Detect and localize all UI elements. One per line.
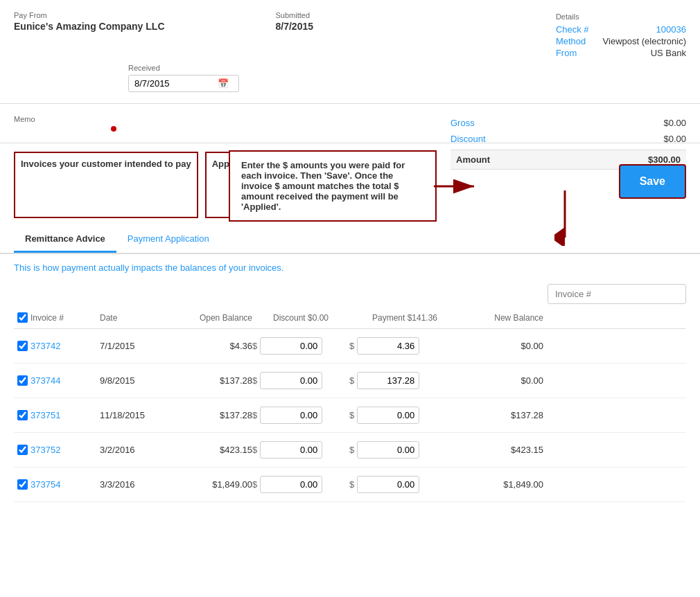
table-row: 373754 3/3/2016 $1,849.00 $ $ $1,849.00	[14, 467, 686, 502]
submitted-group: Submitted 8/7/2015	[276, 11, 314, 32]
details-label: Details	[556, 12, 579, 21]
invoice-link-4[interactable]: 373754	[30, 479, 60, 490]
table-row: 373742 7/1/2015 $4.36 $ $ $0.00	[14, 329, 686, 364]
payment-input-1[interactable]	[357, 372, 419, 389]
submitted-value: 8/7/2015	[276, 21, 314, 32]
header-invoice: Invoice #	[30, 313, 100, 323]
row-date-4: 3/3/2016	[100, 479, 169, 490]
invoice-link-3[interactable]: 373752	[30, 445, 60, 455]
select-all-checkbox[interactable]	[17, 312, 28, 323]
details-group: Details Check # 100036 Method Viewpost (…	[556, 11, 686, 58]
tab-payment-application[interactable]: Payment Application	[116, 226, 220, 253]
discount-value: $0.00	[663, 134, 686, 144]
row-payment-cell-1: $	[349, 372, 460, 389]
check-label: Check #	[556, 24, 589, 35]
gross-label: Gross	[450, 118, 475, 128]
row-open-balance-0: $4.36	[169, 341, 252, 351]
memo-dot	[111, 126, 116, 132]
from-value: US Bank	[603, 48, 686, 58]
pay-from-group: Pay From Eunice's Amazing Company LLC	[14, 11, 165, 32]
method-label: Method	[556, 36, 589, 46]
row-payment-cell-3: $	[349, 441, 460, 458]
row-open-balance-4: $1,849.00	[169, 479, 252, 490]
row-checkbox-1[interactable]	[17, 375, 28, 386]
tooltip-box: Enter the $ amounts you were paid for ea…	[229, 150, 437, 222]
info-text: This is how payment actually impacts the…	[0, 254, 700, 281]
payment-input-3[interactable]	[357, 441, 419, 458]
row-checkbox-3[interactable]	[17, 445, 28, 455]
tabs-section: Remittance Advice Payment Application	[0, 226, 700, 254]
calendar-icon[interactable]: 📅	[218, 78, 229, 89]
row-new-balance-2: $137.28	[460, 410, 543, 420]
annotation-box-1: Invoices your customer intended to pay	[14, 152, 198, 218]
invoice-filter	[0, 281, 700, 307]
table-row: 373744 9/8/2015 $137.28 $ $ $0.00	[14, 364, 686, 398]
tab-remittance-advice[interactable]: Remittance Advice	[14, 226, 116, 253]
row-new-balance-4: $1,849.00	[460, 479, 543, 490]
method-value: Viewpost (electronic)	[603, 36, 686, 46]
pay-from-label: Pay From	[14, 11, 165, 19]
table-row: 373751 11/18/2015 $137.28 $ $ $137.28	[14, 398, 686, 433]
discount-input-4[interactable]	[260, 476, 322, 493]
discount-input-3[interactable]	[260, 441, 322, 458]
payment-input-2[interactable]	[357, 407, 419, 424]
header-date: Date	[100, 313, 169, 323]
gross-row: Gross $0.00	[450, 115, 686, 131]
row-open-balance-2: $137.28	[169, 410, 252, 420]
received-label: Received	[128, 64, 239, 72]
header-payment: Payment $141.36	[349, 313, 460, 323]
row-payment-cell-0: $	[349, 337, 460, 355]
row-open-balance-1: $137.28	[169, 375, 252, 386]
discount-input-0[interactable]	[260, 337, 322, 355]
row-checkbox-0[interactable]	[17, 341, 28, 351]
invoice-link-1[interactable]: 373744	[30, 375, 60, 386]
top-section: Pay From Eunice's Amazing Company LLC Su…	[0, 0, 700, 104]
arrow-right-icon	[434, 176, 482, 197]
row-date-3: 3/2/2016	[100, 445, 169, 455]
row-discount-cell-3: $	[252, 441, 349, 458]
discount-label: Discount	[450, 134, 486, 144]
submitted-label: Submitted	[276, 11, 314, 19]
header-open-balance: Open Balance	[169, 313, 252, 323]
row-date-2: 11/18/2015	[100, 410, 169, 420]
header-new-balance: New Balance	[460, 313, 543, 323]
table-rows: 373742 7/1/2015 $4.36 $ $ $0.00 373744 9…	[14, 329, 686, 502]
invoice-link-0[interactable]: 373742	[30, 341, 60, 351]
table-header: Invoice # Date Open Balance Discount $0.…	[14, 307, 686, 329]
pay-from-value: Eunice's Amazing Company LLC	[14, 21, 165, 32]
invoice-search-input[interactable]	[548, 284, 686, 304]
payment-input-0[interactable]	[357, 337, 419, 355]
discount-input-1[interactable]	[260, 372, 322, 389]
header-discount: Discount $0.00	[252, 313, 349, 323]
gross-value: $0.00	[663, 118, 686, 128]
down-arrow-icon	[554, 190, 575, 246]
row-new-balance-3: $423.15	[460, 445, 543, 455]
row-discount-cell-0: $	[252, 337, 349, 355]
row-discount-cell-4: $	[252, 476, 349, 493]
discount-input-2[interactable]	[260, 407, 322, 424]
row-date-0: 7/1/2015	[100, 341, 169, 351]
row-new-balance-0: $0.00	[460, 341, 543, 351]
row-open-balance-3: $423.15	[169, 445, 252, 455]
invoice-link-2[interactable]: 373751	[30, 410, 60, 420]
row-payment-cell-2: $	[349, 407, 460, 424]
from-label: From	[556, 48, 589, 58]
row-payment-cell-4: $	[349, 476, 460, 493]
row-checkbox-2[interactable]	[17, 410, 28, 420]
row-discount-cell-2: $	[252, 407, 349, 424]
check-value: 100036	[603, 24, 686, 35]
table-section: Invoice # Date Open Balance Discount $0.…	[0, 307, 700, 502]
save-button[interactable]: Save	[619, 164, 686, 199]
row-date-1: 9/8/2015	[100, 375, 169, 386]
table-row: 373752 3/2/2016 $423.15 $ $ $423.15	[14, 433, 686, 467]
row-checkbox-4[interactable]	[17, 479, 28, 490]
row-new-balance-1: $0.00	[460, 375, 543, 386]
annotation-section: Invoices your customer intended to pay A…	[0, 143, 700, 226]
received-date-wrapper[interactable]: 8/7/2015 📅	[128, 75, 239, 92]
middle-section: Memo Gross $0.00 Discount $0.00 Amount $…	[0, 104, 700, 143]
received-date-input[interactable]: 8/7/2015	[134, 78, 218, 89]
row-discount-cell-1: $	[252, 372, 349, 389]
payment-input-4[interactable]	[357, 476, 419, 493]
